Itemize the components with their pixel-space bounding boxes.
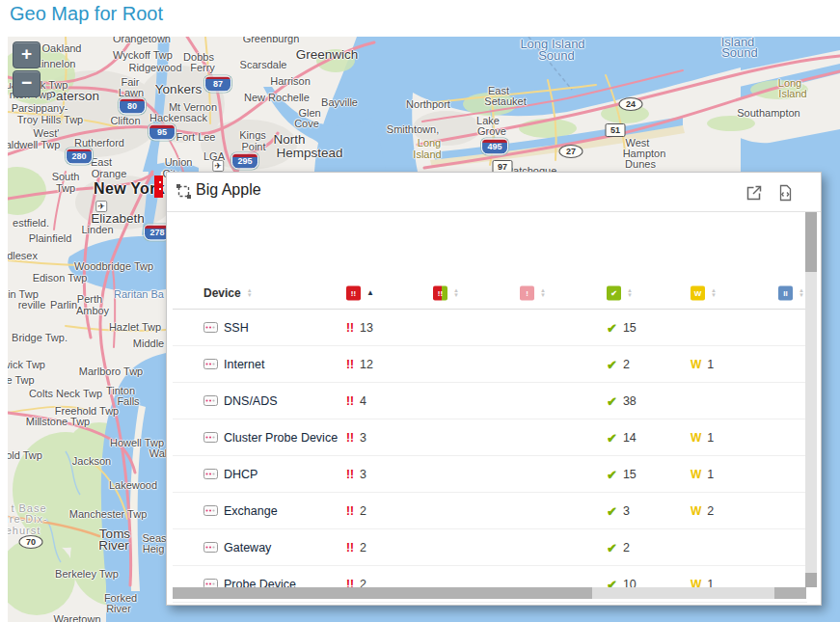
- paused-status-icon: II: [778, 285, 793, 300]
- up-glyph-icon: ✔: [607, 357, 617, 371]
- vertical-scrollbar-end: [805, 573, 817, 587]
- open-in-new-window-button[interactable]: [745, 184, 765, 203]
- table-header-row: Device▲▼!!▲!!▲▼!▲▼✔▲▼W▲▼II▲▼: [173, 277, 807, 310]
- warning-glyph-icon: W: [691, 504, 701, 518]
- device-link[interactable]: SSH: [203, 321, 249, 335]
- vertical-scrollbar-thumb[interactable]: [805, 212, 817, 272]
- warning-glyph-icon: W: [691, 468, 701, 481]
- down-count: !!3: [346, 431, 366, 445]
- up-count: ✔38: [607, 393, 637, 408]
- device-icon: [203, 469, 218, 479]
- up-glyph-icon: ✔: [607, 393, 617, 408]
- down-status-icon: !!: [346, 285, 361, 300]
- zoom-in-button[interactable]: +: [13, 41, 41, 68]
- warning-count: W1: [691, 468, 714, 481]
- down-glyph-icon: !!: [346, 321, 354, 335]
- warning-glyph-icon: W: [691, 358, 701, 371]
- column-header-down-partial[interactable]: !!▲▼: [433, 285, 459, 300]
- table-row: DNS/ADS!!4✔38: [173, 383, 807, 419]
- down-count: !!13: [346, 321, 373, 335]
- sort-arrows-icon: ▲▼: [453, 288, 459, 298]
- device-icon: [203, 359, 218, 369]
- device-link[interactable]: DNS/ADS: [203, 394, 278, 408]
- down-partial-status-icon: !!: [433, 285, 447, 300]
- column-header-up[interactable]: ✔▲▼: [607, 285, 633, 300]
- up-count: ✔2: [607, 357, 630, 371]
- device-icon: [203, 322, 218, 333]
- page-title: Geo Map for Root: [10, 3, 163, 25]
- sort-arrows-icon: ▲▼: [627, 288, 633, 298]
- sort-active-icon: ▲: [366, 289, 374, 297]
- down-glyph-icon: !!: [346, 468, 354, 481]
- map-marker[interactable]: [154, 176, 163, 198]
- device-icon: [203, 432, 218, 443]
- up-glyph-icon: ✔: [607, 540, 617, 554]
- sort-arrows-icon: ▲▼: [247, 288, 253, 298]
- down-count: !!3: [346, 468, 366, 481]
- device-link[interactable]: Internet: [203, 358, 264, 371]
- horizontal-scrollbar-thumb[interactable]: [173, 587, 592, 599]
- up-glyph-icon: ✔: [607, 430, 617, 445]
- table-row: Exchange!!2✔3W2: [173, 493, 807, 529]
- down-count: !!2: [346, 504, 366, 518]
- embed-code-button[interactable]: [776, 184, 796, 203]
- column-header-down[interactable]: !!▲: [346, 285, 374, 300]
- down-count: !!2: [346, 541, 366, 554]
- up-glyph-icon: ✔: [607, 320, 617, 335]
- device-icon: [203, 542, 218, 553]
- up-count: ✔2: [607, 540, 630, 554]
- sort-arrows-icon: ▲▼: [799, 288, 804, 298]
- down-count: !!12: [346, 358, 373, 371]
- vertical-scrollbar[interactable]: [805, 212, 817, 587]
- table-row: Cluster Probe Device!!3✔14W1: [173, 419, 807, 456]
- column-header-down-ack[interactable]: !▲▼: [520, 285, 546, 300]
- device-link[interactable]: DHCP: [203, 468, 257, 481]
- up-glyph-icon: ✔: [607, 503, 617, 518]
- down-glyph-icon: !!: [346, 358, 354, 371]
- up-status-icon: ✔: [607, 285, 621, 300]
- warning-count: W1: [691, 431, 714, 445]
- popup-title: Big Apple: [196, 181, 261, 199]
- horizontal-scrollbar-end: [774, 587, 806, 599]
- down-glyph-icon: !!: [346, 541, 354, 554]
- device-icon: [203, 395, 218, 406]
- warning-count: W2: [691, 504, 714, 518]
- sort-arrows-icon: ▲▼: [711, 288, 717, 298]
- down-glyph-icon: !!: [346, 504, 354, 518]
- title-bar: Geo Map for Root: [0, 0, 840, 37]
- column-header-device[interactable]: Device▲▼: [203, 286, 253, 300]
- up-count: ✔15: [607, 467, 637, 481]
- device-status-table: Device▲▼!!▲!!▲▼!▲▼✔▲▼W▲▼II▲▼ SSH!!13✔15I…: [173, 277, 807, 603]
- popup-header: Big Apple: [167, 173, 821, 212]
- device-link[interactable]: Cluster Probe Device: [203, 431, 338, 445]
- warning-glyph-icon: W: [691, 431, 701, 445]
- group-icon: [176, 183, 192, 203]
- down-glyph-icon: !!: [346, 431, 354, 445]
- table-row: DHCP!!3✔15W1: [173, 456, 807, 493]
- sort-arrows-icon: ▲▼: [540, 288, 546, 298]
- device-icon: [203, 505, 218, 516]
- warning-count: W1: [691, 358, 714, 371]
- map-object-popup: Big Apple Device▲▼!!▲!!▲▼!▲▼✔▲▼W▲▼II▲▼ S…: [166, 172, 822, 606]
- up-count: ✔3: [607, 503, 630, 518]
- warning-status-icon: W: [691, 285, 705, 300]
- zoom-out-button[interactable]: −: [13, 70, 41, 97]
- up-glyph-icon: ✔: [607, 467, 617, 481]
- up-count: ✔15: [607, 320, 637, 335]
- table-row: Internet!!12✔2W1: [173, 346, 807, 383]
- table-row: SSH!!13✔15: [173, 310, 807, 346]
- down-glyph-icon: !!: [346, 394, 354, 408]
- table-row: Gateway!!2✔2: [173, 529, 807, 566]
- down-ack-status-icon: !: [520, 285, 534, 300]
- table-body: SSH!!13✔15Internet!!12✔2W1DNS/ADS!!4✔38C…: [173, 310, 807, 603]
- column-header-paused[interactable]: II▲▼: [778, 285, 804, 300]
- down-count: !!4: [346, 394, 366, 408]
- column-header-warning[interactable]: W▲▼: [691, 285, 717, 300]
- map-zoom-controls: + −: [13, 41, 39, 99]
- device-link[interactable]: Gateway: [203, 541, 271, 554]
- device-link[interactable]: Exchange: [203, 504, 278, 518]
- up-count: ✔14: [607, 430, 637, 445]
- horizontal-scrollbar[interactable]: [173, 587, 806, 599]
